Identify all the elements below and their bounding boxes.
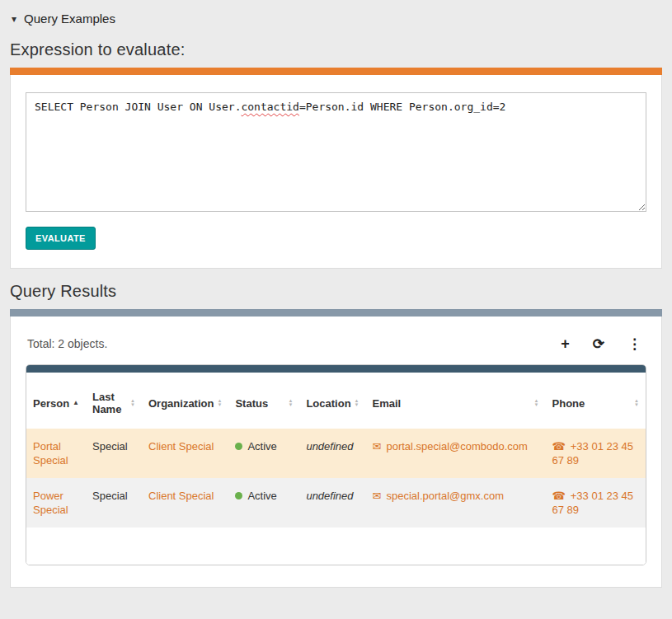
expression-title: Expression to evaluate: [10, 40, 662, 59]
results-table-container: Person ▲ Last Name ▲▼ Or [26, 364, 646, 565]
email-icon: ✉ [373, 490, 382, 502]
sort-icon[interactable]: ▲▼ [534, 399, 539, 407]
sort-icon[interactable]: ▲▼ [288, 399, 293, 407]
column-header-person[interactable]: Person ▲ [26, 373, 86, 429]
kebab-menu-icon[interactable]: ⋮ [627, 337, 641, 351]
email-link[interactable]: special.portal@gmx.com [386, 490, 504, 502]
expression-panel: SELECT Person JOIN User ON User.contacti… [10, 75, 662, 269]
column-header-location[interactable]: Location ▲▼ [299, 373, 365, 429]
header-label: Phone [552, 397, 585, 410]
status-cell: Active [247, 440, 276, 453]
status-active-dot [235, 443, 242, 450]
orange-accent-bar [10, 68, 662, 75]
evaluate-button[interactable]: EVALUATE [26, 227, 96, 250]
table-row: Power Special Special Client Special Act… [26, 478, 646, 528]
status-cell: Active [247, 490, 276, 502]
table-top-bar [26, 365, 646, 373]
phone-icon: ☎ [552, 440, 566, 453]
oql-text-misspelled: contactid [241, 101, 298, 113]
sort-icon[interactable]: ▲▼ [634, 399, 639, 407]
results-title: Query Results [10, 282, 662, 301]
toolbar-icons: + ⟳ ⋮ [561, 336, 645, 351]
results-table: Person ▲ Last Name ▲▼ Or [26, 373, 646, 528]
sort-asc-icon[interactable]: ▲ [73, 400, 79, 406]
header-label: Email [373, 397, 402, 410]
header-label: Person [33, 397, 69, 410]
header-label: Status [235, 397, 268, 410]
table-empty-area [26, 528, 646, 565]
table-row: Portal Special Special Client Special Ac… [26, 429, 646, 478]
column-header-organization[interactable]: Organization ▲▼ [142, 373, 228, 429]
last-name-cell: Special [92, 490, 128, 502]
last-name-cell: Special [92, 440, 128, 453]
column-header-last-name[interactable]: Last Name ▲▼ [86, 373, 142, 429]
person-link[interactable]: Portal Special [33, 440, 68, 467]
oql-expression-input[interactable]: SELECT Person JOIN User ON User.contacti… [26, 92, 646, 212]
sort-icon[interactable]: ▲▼ [355, 399, 359, 407]
sort-icon[interactable]: ▲▼ [130, 399, 135, 407]
header-label: Location [306, 397, 350, 410]
organization-link[interactable]: Client Special [148, 490, 214, 502]
person-link[interactable]: Power Special [33, 490, 68, 516]
results-toolbar: Total: 2 objects. + ⟳ ⋮ [27, 336, 645, 351]
results-panel: Total: 2 objects. + ⟳ ⋮ [10, 317, 662, 588]
collapse-caret-icon: ▾ [12, 14, 16, 24]
status-active-dot [235, 492, 242, 499]
phone-icon: ☎ [552, 490, 566, 502]
organization-link[interactable]: Client Special [148, 440, 214, 453]
column-header-status[interactable]: Status ▲▼ [228, 373, 299, 429]
email-link[interactable]: portal.special@combodo.com [386, 440, 527, 453]
table-header-row: Person ▲ Last Name ▲▼ Or [26, 373, 646, 429]
oql-text-after: =Person.id WHERE Person.org_id=2 [299, 101, 505, 113]
header-label: Last Name [92, 391, 127, 415]
page: ▾ Query Examples Expression to evaluate:… [0, 0, 672, 594]
sort-icon[interactable]: ▲▼ [217, 399, 222, 407]
column-header-phone[interactable]: Phone ▲▼ [546, 373, 646, 429]
refresh-icon[interactable]: ⟳ [593, 337, 604, 351]
add-icon[interactable]: + [561, 336, 570, 351]
oql-text-before: SELECT Person JOIN User ON User. [35, 101, 241, 113]
query-examples-toggle[interactable]: ▾ Query Examples [10, 7, 662, 27]
total-objects-label: Total: 2 objects. [27, 337, 107, 350]
column-header-email[interactable]: Email ▲▼ [366, 373, 546, 429]
slate-accent-bar [10, 309, 662, 317]
query-examples-label: Query Examples [24, 12, 115, 26]
location-cell: undefined [306, 440, 353, 453]
location-cell: undefined [306, 490, 353, 502]
email-icon: ✉ [373, 440, 382, 453]
header-label: Organization [148, 397, 214, 410]
